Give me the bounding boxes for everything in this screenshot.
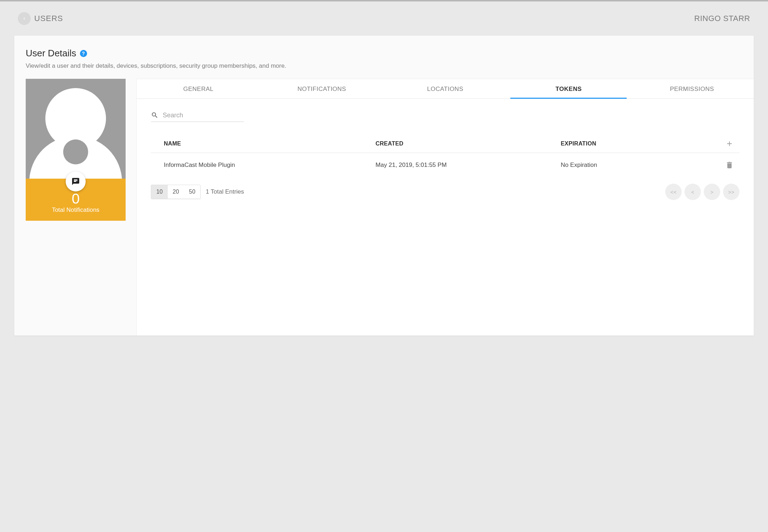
page-size-20[interactable]: 20 — [168, 185, 184, 199]
cell-name: InformaCast Mobile Plugin — [164, 162, 375, 169]
delete-token-button[interactable] — [725, 161, 734, 169]
cell-created: May 21, 2019, 5:01:55 PM — [375, 162, 561, 169]
tab-tokens[interactable]: TOKENS — [507, 79, 630, 98]
topbar: USERS RINGO STARR — [14, 12, 754, 25]
tab-permissions[interactable]: PERMISSIONS — [630, 79, 754, 98]
details-card: User Details ? View/edit a user and thei… — [14, 36, 754, 336]
col-created[interactable]: CREATED — [375, 140, 561, 147]
search-icon — [151, 111, 158, 119]
col-expiration[interactable]: EXPIRATION — [561, 140, 719, 147]
search-field[interactable] — [151, 111, 244, 122]
breadcrumb: USERS — [18, 12, 63, 25]
tabs: GENERAL NOTIFICATIONS LOCATIONS TOKENS P… — [137, 79, 754, 99]
chevron-left-icon — [22, 16, 27, 21]
page-size-50[interactable]: 50 — [184, 185, 201, 199]
page-size-selector: 10 20 50 — [151, 185, 201, 199]
pager: << < > >> — [665, 184, 739, 200]
add-token-button[interactable] — [726, 140, 733, 148]
pager-first[interactable]: << — [665, 184, 682, 200]
pager-last[interactable]: >> — [723, 184, 739, 200]
cell-expiration: No Expiration — [561, 162, 719, 169]
profile-sidecard: 0 Total Notifications — [26, 79, 126, 221]
tab-body: NAME CREATED EXPIRATION InformaCast Mobi… — [137, 99, 754, 214]
pager-prev[interactable]: < — [684, 184, 701, 200]
pager-next[interactable]: > — [704, 184, 720, 200]
back-button[interactable] — [18, 12, 31, 25]
table-footer: 10 20 50 1 Total Entries << < > >> — [151, 184, 739, 200]
breadcrumb-label[interactable]: USERS — [34, 14, 63, 23]
page-subtitle: View/edit a user and their details, devi… — [26, 62, 742, 70]
main-panel: GENERAL NOTIFICATIONS LOCATIONS TOKENS P… — [136, 79, 754, 336]
tab-general[interactable]: GENERAL — [137, 79, 260, 98]
tab-locations[interactable]: LOCATIONS — [384, 79, 507, 98]
total-entries: 1 Total Entries — [206, 188, 244, 195]
avatar — [26, 79, 126, 179]
search-input[interactable] — [163, 112, 244, 119]
tokens-table: NAME CREATED EXPIRATION InformaCast Mobi… — [151, 135, 739, 177]
notifications-label: Total Notifications — [29, 206, 122, 214]
notifications-count: 0 — [29, 191, 122, 206]
card-header: User Details ? View/edit a user and thei… — [14, 48, 754, 79]
chat-icon — [71, 177, 80, 186]
messages-badge[interactable] — [66, 172, 86, 191]
tab-notifications[interactable]: NOTIFICATIONS — [260, 79, 384, 98]
current-user-name: RINGO STARR — [694, 14, 750, 23]
col-name[interactable]: NAME — [164, 140, 375, 147]
page-title: User Details — [26, 48, 76, 59]
table-header: NAME CREATED EXPIRATION — [151, 135, 739, 153]
table-row: InformaCast Mobile Plugin May 21, 2019, … — [151, 153, 739, 177]
help-icon[interactable]: ? — [80, 50, 87, 57]
page-size-10[interactable]: 10 — [151, 185, 168, 199]
